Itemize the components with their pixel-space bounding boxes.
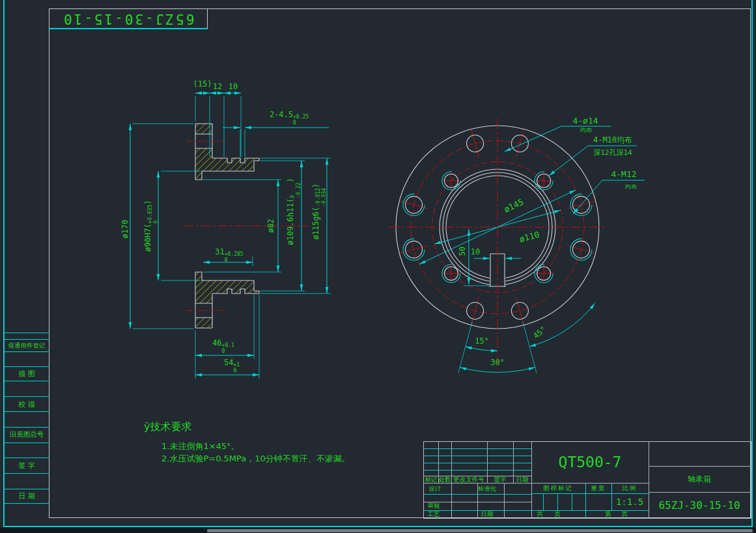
tolerance-stack: +10 xyxy=(233,362,240,374)
field-scale: 比例 xyxy=(623,484,637,493)
grid-line xyxy=(531,442,532,518)
hole-label-4xM12: 4-M12 xyxy=(611,170,636,178)
grid-line xyxy=(543,493,544,510)
field-no-page: 页 xyxy=(621,510,628,519)
rev-col-date: 日期 xyxy=(516,476,529,484)
grid-line xyxy=(424,470,531,471)
dim-label-dia109: ø109.6h11(0-0.22) xyxy=(287,178,301,245)
dim-text: 31 xyxy=(215,247,224,256)
grid-line xyxy=(585,483,586,518)
dim-label-31: 31+0.2850 xyxy=(215,248,243,263)
field-total: 共 xyxy=(537,510,543,519)
registration-sidebar: 借通用件登记 描 图 校 描 旧底图总号 签 字 日 期 xyxy=(3,333,49,517)
circular-dimensions xyxy=(419,126,645,373)
circular-centerlines xyxy=(389,118,606,370)
dim-label-dia170: ø170 xyxy=(121,220,129,239)
rev-col-count: 处数 xyxy=(439,476,451,484)
angle-label-15: 15° xyxy=(475,337,489,345)
grid-line xyxy=(4,351,49,352)
dim-text: 46 xyxy=(212,338,221,348)
bottom-bar xyxy=(0,527,756,533)
grid-line xyxy=(4,333,49,333)
hole-note-depth: 深12孔深14 xyxy=(593,149,632,156)
hole-note-even-spacing: 均布 xyxy=(625,184,637,190)
dim-label-dia90: ø90H7(+0.0350) xyxy=(144,200,159,252)
sidebar-item-tracing: 描 图 xyxy=(18,369,35,379)
dim-text: ø115g6( xyxy=(311,207,320,240)
sidebar-item-old-drawing-no: 旧底图总号 xyxy=(10,430,44,439)
hole-label-4xM10: 4-M10均布 xyxy=(593,136,632,144)
tech-req-item-1: 1.未注倒角1×45°。 xyxy=(161,441,240,452)
part-name: 轴承箱 xyxy=(688,474,711,485)
grid-line xyxy=(572,493,572,510)
field-check: 审核 xyxy=(428,502,440,510)
dim-label-12: 12 xyxy=(213,83,222,90)
hole-note-even-spacing: 均布 xyxy=(580,128,592,133)
angle-label-30: 30° xyxy=(490,359,505,366)
tolerance-stack: -0.012-0.034 xyxy=(315,188,327,207)
grid-line xyxy=(451,483,452,518)
grid-line xyxy=(424,456,531,456)
drawing-number-inverted: 65ZJ-30-15-10 xyxy=(62,11,194,27)
grid-line xyxy=(557,493,558,510)
dim-text: ø90H7( xyxy=(143,223,152,251)
dim-label-50: 50 xyxy=(458,247,466,256)
grid-line xyxy=(4,458,49,458)
field-no: 第 xyxy=(605,510,611,519)
circular-view xyxy=(389,118,645,373)
grid-line xyxy=(424,463,531,463)
drawing-number-box: 65ZJ-30-15-10 xyxy=(49,8,208,29)
field-weight: 重量 xyxy=(591,484,606,493)
tolerance-stack: +0.250 xyxy=(293,114,309,126)
title-block: 标记 处数 更改文件号 签字 日期 设计 标准化 审核 工艺 日期 QT500-… xyxy=(423,441,751,519)
dim-text: 2-4.5 xyxy=(270,110,293,119)
tolerance-stack: +0.2850 xyxy=(225,251,244,263)
dim-label-dia82: ø82 xyxy=(267,219,275,233)
field-design: 设计 xyxy=(429,485,441,493)
rev-col-signature: 签字 xyxy=(494,476,507,484)
grid-line xyxy=(649,442,649,518)
rev-col-doc-no: 更改文件号 xyxy=(453,476,484,484)
dim-text: ) xyxy=(143,200,152,204)
grid-line xyxy=(4,443,49,443)
part-number: 65ZJ-30-15-10 xyxy=(658,499,740,512)
dim-text: ø109.6h11( xyxy=(286,198,295,245)
grid-line xyxy=(424,502,531,502)
dim-label-15: (15) xyxy=(193,80,212,88)
grid-line xyxy=(4,489,49,489)
tolerance-stack: +0.0350 xyxy=(147,204,159,223)
dim-label-54: 54+10 xyxy=(224,359,240,374)
field-total-page: 页 xyxy=(554,510,561,519)
scale-value: 1:1.5 xyxy=(616,497,643,507)
dim-text: ) xyxy=(286,178,295,182)
sidebar-item-register: 借通用件登记 xyxy=(8,341,46,349)
dim-text: 54 xyxy=(224,358,233,367)
cad-canvas: 65ZJ-30-15-10 借通用件登记 描 图 校 描 旧底图总号 签 字 日… xyxy=(0,0,756,533)
grid-line xyxy=(611,483,612,510)
dim-text: ) xyxy=(311,184,320,188)
grid-line xyxy=(4,473,49,474)
dim-label-10: 10 xyxy=(229,83,238,90)
dim-label-dia115: ø115g6(-0.012-0.034) xyxy=(312,184,327,240)
grid-line xyxy=(649,466,751,467)
field-date: 日期 xyxy=(481,510,494,519)
grid-line xyxy=(531,493,649,494)
horizontal-scrollbar[interactable] xyxy=(207,529,753,532)
tolerance-stack: 0-0.22 xyxy=(290,182,301,198)
grid-line xyxy=(424,510,531,511)
sidebar-item-date: 日 期 xyxy=(18,491,35,501)
sidebar-item-signature: 签 字 xyxy=(18,461,35,471)
grid-line xyxy=(531,510,649,511)
grid-line xyxy=(424,494,531,495)
grid-line xyxy=(649,492,751,493)
grid-line xyxy=(4,427,49,428)
field-standardization: 标准化 xyxy=(478,485,497,493)
hole-label-4xd14: 4-ø14 xyxy=(572,116,598,125)
dim-label-slots: 2-4.5+0.250 xyxy=(270,111,309,126)
tech-req-title: ÿ技术要求 xyxy=(144,420,191,433)
tech-req-item-2: 2.水压试验P=0.5MPa，10分钟不冒汗、不渗漏。 xyxy=(161,454,350,464)
sidebar-item-check-tracing: 校 描 xyxy=(18,399,35,409)
dim-label-46: 46+0.10 xyxy=(212,339,234,354)
tolerance-stack: +0.10 xyxy=(222,342,234,354)
grid-line xyxy=(424,448,531,449)
